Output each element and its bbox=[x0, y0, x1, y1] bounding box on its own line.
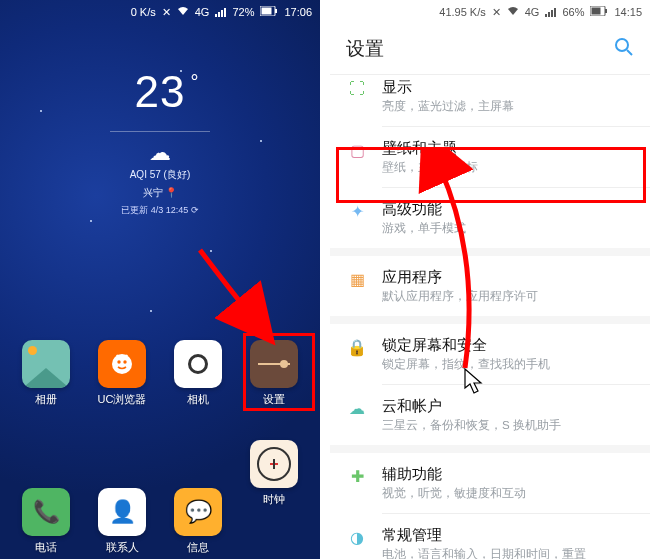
battery-icon bbox=[260, 6, 278, 18]
network-type: 4G bbox=[195, 6, 210, 18]
app-gallery[interactable]: 相册 bbox=[14, 340, 78, 407]
net-speed: 0 K/s bbox=[131, 6, 156, 18]
signal-icon bbox=[545, 7, 556, 17]
app-uc-browser[interactable]: UC浏览器 bbox=[90, 340, 154, 407]
item-sub: 电池，语言和输入，日期和时间，重置 bbox=[382, 547, 634, 559]
maintenance-icon: ◑ bbox=[346, 526, 368, 548]
svg-rect-2 bbox=[275, 9, 277, 13]
weather-widget[interactable]: 23° ☁ AQI 57 (良好) 兴宁 📍 已更新 4/3 12:45 ⟳ bbox=[0, 67, 320, 217]
accessibility-icon: ✚ bbox=[346, 465, 368, 487]
search-icon[interactable] bbox=[614, 37, 634, 62]
uc-icon bbox=[98, 340, 146, 388]
app-label: 设置 bbox=[263, 392, 285, 407]
svg-point-5 bbox=[123, 360, 126, 363]
aqi-text: AQI 57 (良好) bbox=[0, 168, 320, 182]
dock-messages[interactable]: 💬 信息 bbox=[166, 488, 230, 555]
item-sub: 三星云，备份和恢复，S 换机助手 bbox=[382, 418, 634, 433]
item-sub: 壁纸，主题，图标 bbox=[382, 160, 634, 175]
display-icon: ⛶ bbox=[346, 78, 368, 100]
status-bar-right: 41.95 K/s ✕ 4G 66% 14:15 bbox=[330, 0, 650, 24]
svg-rect-8 bbox=[605, 9, 607, 13]
updated-text: 已更新 4/3 12:45 bbox=[121, 205, 188, 215]
advanced-icon: ✦ bbox=[346, 200, 368, 222]
battery-percent: 66% bbox=[562, 6, 584, 18]
cloud-icon: ☁ bbox=[346, 397, 368, 419]
battery-percent: 72% bbox=[232, 6, 254, 18]
settings-item-display[interactable]: ⛶ 显示 亮度，蓝光过滤，主屏幕 bbox=[330, 78, 650, 126]
app-label: 相册 bbox=[35, 392, 57, 407]
item-title: 云和帐户 bbox=[382, 397, 634, 416]
gallery-icon bbox=[22, 340, 70, 388]
clock-time: 14:15 bbox=[614, 6, 642, 18]
item-sub: 视觉，听觉，敏捷度和互动 bbox=[382, 486, 634, 501]
clock-time: 17:06 bbox=[284, 6, 312, 18]
svg-rect-7 bbox=[592, 8, 601, 15]
settings-item-apps[interactable]: ▦ 应用程序 默认应用程序，应用程序许可 bbox=[330, 256, 650, 316]
svg-line-10 bbox=[627, 50, 632, 55]
app-label: 信息 bbox=[187, 540, 209, 555]
svg-rect-1 bbox=[262, 8, 272, 15]
home-screen: 0 K/s ✕ 4G 72% 17:06 23° ☁ AQI 57 (良好) 兴… bbox=[0, 0, 320, 559]
contacts-icon: 👤 bbox=[98, 488, 146, 536]
signal-icon bbox=[215, 7, 226, 17]
item-sub: 默认应用程序，应用程序许可 bbox=[382, 289, 634, 304]
app-label: 电话 bbox=[35, 540, 57, 555]
svg-point-4 bbox=[117, 360, 120, 363]
refresh-icon: ⟳ bbox=[191, 205, 199, 215]
net-speed: 41.95 K/s bbox=[439, 6, 485, 18]
camera-icon bbox=[174, 340, 222, 388]
dock-phone[interactable]: 📞 电话 bbox=[14, 488, 78, 555]
svg-point-9 bbox=[616, 39, 628, 51]
wifi-icon bbox=[507, 6, 519, 18]
lock-icon: 🔒 bbox=[346, 336, 368, 358]
item-title: 锁定屏幕和安全 bbox=[382, 336, 634, 355]
app-label: 联系人 bbox=[106, 540, 139, 555]
mute-icon: ✕ bbox=[492, 6, 501, 19]
network-type: 4G bbox=[525, 6, 540, 18]
city-name: 兴宁 bbox=[143, 187, 163, 198]
item-sub: 锁定屏幕，指纹，查找我的手机 bbox=[382, 357, 634, 372]
settings-item-advanced[interactable]: ✦ 高级功能 游戏，单手模式 bbox=[330, 188, 650, 248]
item-title: 壁纸和主题 bbox=[382, 139, 634, 158]
temperature: 23 bbox=[135, 67, 186, 116]
location-icon: 📍 bbox=[165, 187, 177, 198]
item-title: 高级功能 bbox=[382, 200, 634, 219]
phone-icon: 📞 bbox=[22, 488, 70, 536]
dock-contacts[interactable]: 👤 联系人 bbox=[90, 488, 154, 555]
wallpaper-icon: ▢ bbox=[346, 139, 368, 161]
clock-icon bbox=[250, 440, 298, 488]
settings-screen: 41.95 K/s ✕ 4G 66% 14:15 设置 ⛶ 显示 bbox=[330, 0, 650, 559]
item-sub: 游戏，单手模式 bbox=[382, 221, 634, 236]
apps-icon: ▦ bbox=[346, 268, 368, 290]
settings-item-maintenance[interactable]: ◑ 常规管理 电池，语言和输入，日期和时间，重置 bbox=[330, 514, 650, 559]
item-title: 辅助功能 bbox=[382, 465, 634, 484]
settings-item-lock[interactable]: 🔒 锁定屏幕和安全 锁定屏幕，指纹，查找我的手机 bbox=[330, 324, 650, 384]
app-camera[interactable]: 相机 bbox=[166, 340, 230, 407]
battery-icon bbox=[590, 6, 608, 18]
settings-item-cloud[interactable]: ☁ 云和帐户 三星云，备份和恢复，S 换机助手 bbox=[330, 385, 650, 445]
messages-icon: 💬 bbox=[174, 488, 222, 536]
svg-point-3 bbox=[112, 354, 132, 374]
app-label: UC浏览器 bbox=[98, 392, 147, 407]
item-title: 显示 bbox=[382, 78, 634, 97]
wifi-icon bbox=[177, 6, 189, 18]
item-title: 应用程序 bbox=[382, 268, 634, 287]
item-title: 常规管理 bbox=[382, 526, 634, 545]
mute-icon: ✕ bbox=[162, 6, 171, 19]
settings-icon bbox=[250, 340, 298, 388]
settings-title: 设置 bbox=[346, 36, 384, 62]
app-label: 相机 bbox=[187, 392, 209, 407]
settings-item-wallpaper[interactable]: ▢ 壁纸和主题 壁纸，主题，图标 bbox=[330, 127, 650, 187]
status-bar-left: 0 K/s ✕ 4G 72% 17:06 bbox=[0, 0, 320, 24]
weather-icon: ☁ bbox=[0, 142, 320, 164]
settings-item-accessibility[interactable]: ✚ 辅助功能 视觉，听觉，敏捷度和互动 bbox=[330, 453, 650, 513]
app-settings[interactable]: 设置 bbox=[242, 340, 306, 407]
item-sub: 亮度，蓝光过滤，主屏幕 bbox=[382, 99, 634, 114]
